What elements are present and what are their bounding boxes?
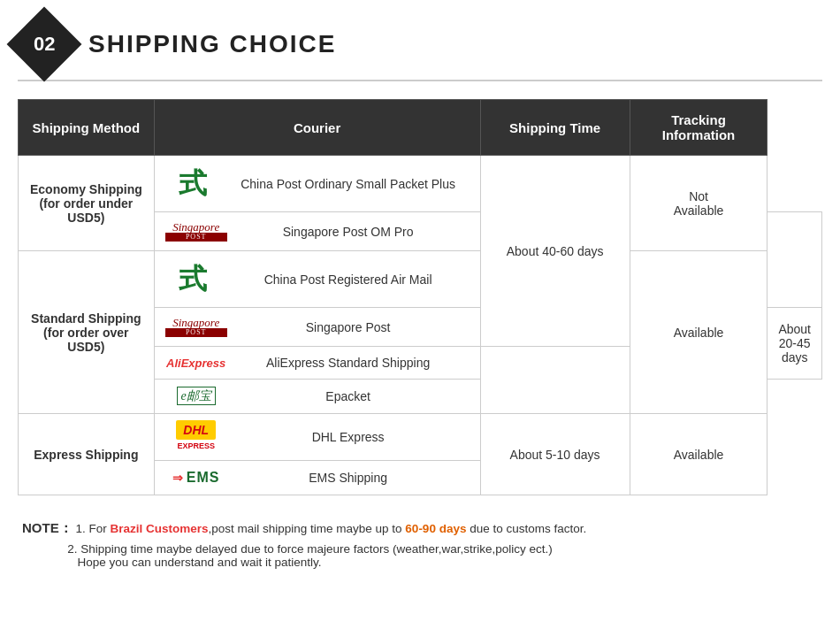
chinapost-standard-logo: 式: [165, 260, 227, 298]
aliexpress-row: AliExpress AliExpress Standard Shipping: [155, 347, 480, 379]
days-highlight: 60-90 days: [405, 522, 466, 535]
page-header: 02 SHIPPING CHOICE: [18, 18, 822, 81]
shipping-table-main: Shipping Method Courier Shipping Time Tr…: [18, 99, 822, 495]
standard-row1: Standard Shipping(for order over USD5) 式…: [19, 251, 822, 308]
economy-standard-time1: About 40-60 days: [480, 156, 630, 347]
singapore-economy-name: Singapore Post OM Pro: [227, 225, 470, 239]
note-label: NOTE：: [22, 520, 73, 537]
chinapost-standard-icon: 式: [174, 260, 218, 295]
standard-tracking-cell: [767, 212, 822, 308]
chinapost-economy-logo: 式: [165, 165, 227, 203]
singapore-standard-row: Singapore POST Singapore Post: [155, 308, 480, 346]
chinapost-standard-cell: 式 China Post Registered Air Mail: [154, 251, 480, 308]
economy-row: Economy Shipping(for order under USD5) 式…: [19, 156, 822, 212]
svg-text:式: 式: [178, 167, 208, 199]
aliexpress-logo: AliExpress: [165, 356, 227, 370]
brazil-highlight: Brazil Customers: [110, 522, 208, 535]
chinapost-icon: 式: [174, 165, 218, 200]
note-1-text: 1. For Brazil Customers,post mail shippi…: [73, 522, 587, 535]
singapore-economy-logo: Singapore POST: [165, 221, 227, 242]
note-item-2: 2. Shipping time maybe delayed due to fo…: [22, 542, 818, 569]
step-number-diamond: 02: [7, 7, 82, 82]
express-method-cell: Express Shipping: [19, 414, 155, 495]
economy-tracking-cell: NotAvailable: [630, 156, 767, 251]
singapore-standard-logo: Singapore POST: [165, 317, 227, 337]
economy-courier-cell: 式 China Post Ordinary Small Packet Plus: [154, 156, 480, 212]
col-header-method: Shipping Method: [19, 100, 155, 156]
notes-section: NOTE： 1. For Brazil Customers,post mail …: [18, 511, 822, 583]
col-header-tracking: Tracking Information: [630, 100, 767, 156]
chinapost-standard-row: 式 China Post Registered Air Mail: [155, 251, 480, 307]
epacket-cell: e邮宝 Epacket: [154, 380, 480, 414]
epacket-row: e邮宝 Epacket: [155, 380, 480, 413]
standard-tracking-available: Available: [630, 251, 767, 414]
express-tracking: Available: [630, 414, 767, 495]
singapore-standard-cell: Singapore POST Singapore Post: [154, 308, 480, 347]
ems-logo: ⇒ EMS: [165, 470, 227, 486]
chinapost-economy-name: China Post Ordinary Small Packet Plus: [227, 177, 470, 191]
singapore-standard-name: Singapore Post: [227, 320, 470, 334]
express-row1: Express Shipping DHL EXPRESS DHL Express…: [19, 414, 822, 461]
chinapost-courier-row: 式 China Post Ordinary Small Packet Plus: [155, 156, 480, 211]
dhl-name: DHL Express: [227, 430, 470, 444]
epacket-logo: e邮宝: [165, 388, 227, 404]
dhl-row: DHL EXPRESS DHL Express: [155, 414, 480, 460]
chinapost-standard-name: China Post Registered Air Mail: [227, 272, 470, 287]
svg-text:式: 式: [178, 263, 208, 295]
economy-method-cell: Economy Shipping(for order under USD5): [19, 156, 155, 251]
dhl-cell: DHL EXPRESS DHL Express: [154, 414, 480, 461]
page-title: SHIPPING CHOICE: [88, 30, 336, 58]
ems-row: ⇒ EMS EMS Shipping: [155, 461, 480, 495]
ems-cell: ⇒ EMS EMS Shipping: [154, 461, 480, 495]
col-header-time: Shipping Time: [480, 100, 630, 156]
note-item-1: NOTE： 1. For Brazil Customers,post mail …: [22, 520, 818, 537]
singapore-economy-courier-row: Singapore POST Singapore Post OM Pro: [155, 212, 480, 250]
express-time: About 5-10 days: [480, 414, 630, 495]
singapore-economy-cell: Singapore POST Singapore Post OM Pro: [154, 212, 480, 251]
aliexpress-cell: AliExpress AliExpress Standard Shipping: [154, 347, 480, 380]
standard-time-2045: About 20-45 days: [767, 308, 822, 380]
ems-name: EMS Shipping: [227, 471, 470, 485]
aliexpress-name: AliExpress Standard Shipping: [227, 356, 470, 370]
dhl-logo: DHL EXPRESS: [165, 423, 227, 451]
step-number: 02: [34, 33, 55, 56]
standard-method-cell: Standard Shipping(for order over USD5): [19, 251, 155, 414]
col-header-courier: Courier: [154, 100, 480, 156]
epacket-name: Epacket: [227, 389, 470, 403]
